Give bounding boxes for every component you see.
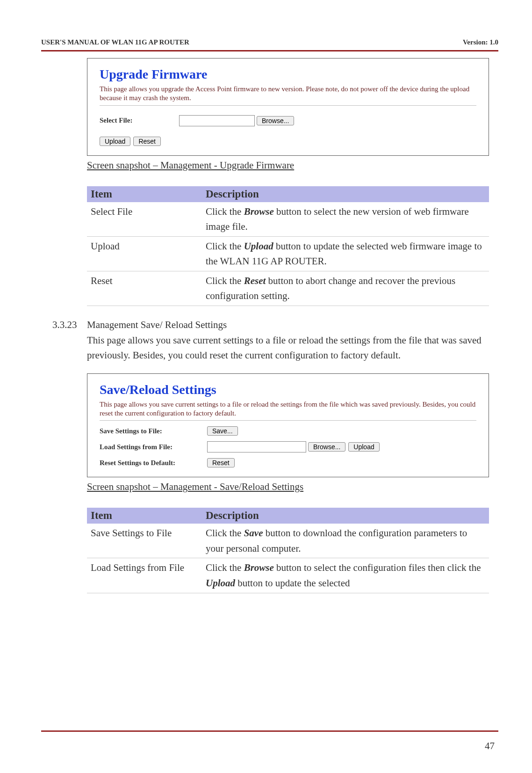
- select-file-label: Select File:: [100, 117, 179, 124]
- load-file-input[interactable]: [207, 441, 306, 452]
- select-file-input[interactable]: [179, 115, 255, 126]
- table-cell-item: Load Settings from File: [87, 558, 202, 593]
- footer-rule: [41, 727, 498, 736]
- load-from-file-label: Load Settings from File:: [100, 443, 207, 451]
- upload-button[interactable]: Upload: [100, 137, 130, 146]
- browse-button[interactable]: Browse...: [257, 116, 294, 125]
- table-cell-desc: Click the Reset button to abort change a…: [202, 271, 489, 306]
- table-cell-item: Save Settings to File: [87, 524, 202, 558]
- table-cell-desc: Click the Upload button to update the se…: [202, 236, 489, 271]
- section-title: Management Save/ Reload Settings: [87, 319, 227, 331]
- table-head-item: Item: [87, 186, 202, 202]
- table-row: Select File Click the Browse button to s…: [87, 202, 489, 237]
- screenshot-caption: Screen snapshot – Management - Upgrade F…: [87, 160, 489, 171]
- table-cell-item: Select File: [87, 202, 202, 237]
- doc-header-right: Version: 1.0: [463, 38, 498, 46]
- reset-default-label: Reset Settings to Default:: [100, 459, 207, 467]
- table-row: Load Settings from File Click the Browse…: [87, 558, 489, 593]
- upload-button[interactable]: Upload: [348, 442, 379, 452]
- panel-title: Upgrade Firmware: [100, 67, 476, 82]
- table-cell-item: Upload: [87, 236, 202, 271]
- panel-desc: This page allows you upgrade the Access …: [100, 85, 476, 102]
- table-head-item: Item: [87, 508, 202, 524]
- screenshot-caption: Screen snapshot – Management - Save/Relo…: [87, 481, 489, 493]
- panel-title: Save/Reload Settings: [100, 382, 476, 397]
- table-cell-item: Reset: [87, 271, 202, 306]
- table-row: Reset Click the Reset button to abort ch…: [87, 271, 489, 306]
- table-row: Upload Click the Upload button to update…: [87, 236, 489, 271]
- table-row: Save Settings to File Click the Save but…: [87, 524, 489, 558]
- section-body: This page allows you save current settin…: [87, 333, 489, 363]
- save-reload-panel: Save/Reload Settings This page allows yo…: [87, 373, 489, 478]
- panel-desc: This page allows you save current settin…: [100, 400, 476, 418]
- table-cell-desc: Click the Browse button to select the co…: [202, 558, 489, 593]
- upgrade-firmware-panel: Upgrade Firmware This page allows you up…: [87, 58, 489, 156]
- browse-button[interactable]: Browse...: [308, 442, 345, 452]
- save-to-file-label: Save Settings to File:: [100, 427, 207, 435]
- table-cell-desc: Click the Browse button to select the ne…: [202, 202, 489, 237]
- upgrade-firmware-table: Item Description Select File Click the B…: [87, 186, 489, 306]
- reset-button[interactable]: Reset: [133, 137, 161, 146]
- table-head-desc: Description: [202, 186, 489, 202]
- save-reload-table: Item Description Save Settings to File C…: [87, 508, 489, 593]
- save-button[interactable]: Save...: [207, 426, 238, 436]
- section-number: 3.3.23: [52, 319, 87, 331]
- reset-button[interactable]: Reset: [207, 458, 235, 467]
- table-head-desc: Description: [202, 508, 489, 524]
- page-number: 47: [485, 740, 495, 752]
- table-cell-desc: Click the Save button to download the co…: [202, 524, 489, 558]
- doc-header-left: USER'S MANUAL OF WLAN 11G AP ROUTER: [41, 38, 189, 46]
